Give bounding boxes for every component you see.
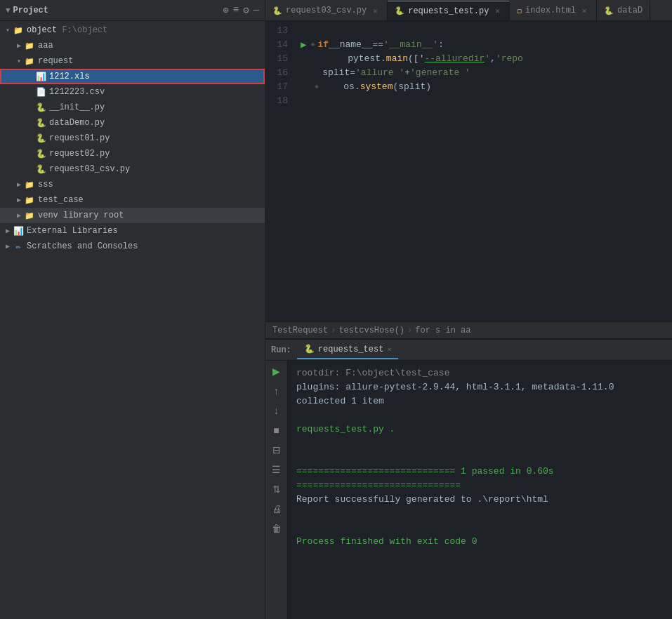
py-icon-req02: 🐍 bbox=[35, 148, 46, 159]
xls-icon: 📊 bbox=[35, 71, 46, 82]
tree-item-request01[interactable]: 🐍 request01.py bbox=[0, 131, 265, 146]
arrow-sss: ▶ bbox=[14, 180, 24, 189]
tree-item-testcase[interactable]: ▶ 📁 test_case bbox=[0, 192, 265, 208]
breadcrumb-forsInAa[interactable]: for s in aa bbox=[415, 326, 470, 335]
run-tab-label: requests_test bbox=[318, 345, 384, 354]
tree-item-extlibs[interactable]: ▶ 📊 External Libraries bbox=[0, 223, 265, 239]
code-split-arg: (split) bbox=[393, 80, 431, 94]
tab-bar: 🐍 request03_csv.py ✕ 🐍 requests_test.py … bbox=[265, 0, 672, 21]
tab-icon-reqtest: 🐍 bbox=[395, 6, 404, 15]
tree-label-scratch: Scratches and Consoles bbox=[27, 241, 138, 251]
breadcrumb-testcvshose[interactable]: testcvsHose() bbox=[338, 326, 404, 335]
tab-close-index[interactable]: ✕ bbox=[579, 6, 589, 15]
tab-icon-index: ◻ bbox=[517, 6, 522, 15]
file-tree: ▾ 📁 object F:\object ▶ 📁 aaa ▾ 📁 request bbox=[0, 21, 265, 619]
folder-icon-root: 📁 bbox=[13, 25, 24, 36]
tab-datad[interactable]: 🐍 dataD bbox=[597, 1, 650, 20]
code-main-str: '__main__' bbox=[383, 38, 438, 52]
close-console-button[interactable]: ⊟ bbox=[269, 442, 284, 458]
run-arrow-14[interactable]: ▶ bbox=[301, 38, 306, 52]
arrow-extlibs: ▶ bbox=[3, 227, 13, 235]
tab-indexhtml[interactable]: ◻ index.html ✕ bbox=[510, 1, 597, 20]
tree-label-extlibs: External Libraries bbox=[27, 226, 118, 236]
tree-label-root: object F:\object bbox=[27, 25, 107, 35]
sidebar: ▼ Project ⊕ ≡ ⚙ — ▾ 📁 object F:\object bbox=[0, 0, 265, 619]
kw-if: if bbox=[317, 38, 329, 52]
console-line-blank3 bbox=[296, 451, 664, 465]
arrow-venv: ▶ bbox=[14, 211, 24, 220]
scratch-icon: ✏️ bbox=[13, 241, 24, 252]
tab-icon-datad: 🐍 bbox=[604, 6, 614, 15]
scroll-down-button[interactable]: ↓ bbox=[269, 403, 284, 418]
arrow-testcase: ▶ bbox=[14, 196, 24, 204]
tree-item-init[interactable]: 🐍 __init__.py bbox=[0, 100, 265, 115]
tab-request03csv[interactable]: 🐍 request03_csv.py ✕ bbox=[265, 1, 388, 20]
minimize-icon[interactable]: — bbox=[253, 4, 259, 16]
tab-close-req03[interactable]: ✕ bbox=[370, 6, 380, 15]
run-button[interactable]: ▶ bbox=[269, 364, 284, 379]
clear-button[interactable]: 🗑 bbox=[269, 521, 284, 536]
code-line-17: ◈ os . system (split) bbox=[301, 80, 672, 94]
tree-label-req03: request03_csv.py bbox=[49, 164, 130, 174]
tree-item-scratch[interactable]: ▶ ✏️ Scratches and Consoles bbox=[0, 239, 265, 254]
code-system-fn: system bbox=[360, 80, 393, 94]
code-lines[interactable]: ▶ ◈ if __name__ == '__main__' : bbox=[294, 21, 672, 321]
code-plus: + bbox=[404, 66, 410, 80]
panel-header: ▼ Project ⊕ ≡ ⚙ — bbox=[0, 0, 265, 21]
tree-label-venv: venv library root bbox=[38, 211, 124, 220]
run-tab-close[interactable]: ✕ bbox=[387, 345, 391, 354]
tree-item-venv[interactable]: ▶ 📁 venv library root bbox=[0, 208, 265, 223]
tree-item-datademo[interactable]: 🐍 dataDemo.py bbox=[0, 115, 265, 131]
console-line-rootdir: rootdir: F:\object\test_case bbox=[296, 366, 664, 380]
code-dot2: . bbox=[355, 80, 360, 94]
tab-close-reqtest[interactable]: ✕ bbox=[492, 6, 502, 16]
code-str-end: ' bbox=[485, 52, 490, 66]
tree-item-root[interactable]: ▾ 📁 object F:\object bbox=[0, 22, 265, 38]
code-assign: = bbox=[350, 66, 355, 80]
layout-icon[interactable]: ≡ bbox=[233, 4, 239, 16]
tab-label-req03: request03_csv.py bbox=[286, 6, 367, 15]
tab-label-datad: dataD bbox=[617, 6, 643, 15]
tree-label-1212xls: 1212.xls bbox=[49, 72, 90, 81]
tree-item-sss[interactable]: ▶ 📁 sss bbox=[0, 177, 265, 192]
stop-button[interactable]: ■ bbox=[269, 422, 284, 438]
folder-icon-testcase: 📁 bbox=[24, 194, 35, 206]
breadcrumb-testrequest[interactable]: TestRequest bbox=[272, 326, 328, 335]
tree-item-request02[interactable]: 🐍 request02.py bbox=[0, 146, 265, 161]
tree-item-request[interactable]: ▾ 📁 request bbox=[0, 53, 265, 69]
folder-icon-sss: 📁 bbox=[24, 179, 35, 190]
run-tab-requeststest[interactable]: 🐍 requests_test ✕ bbox=[297, 341, 399, 359]
tree-label-init: __init__.py bbox=[49, 102, 105, 112]
py-icon-datademo: 🐍 bbox=[35, 117, 46, 128]
sort-button[interactable]: ⇅ bbox=[269, 481, 284, 497]
py-icon-req03: 🐍 bbox=[35, 164, 46, 175]
tree-label-aaa: aaa bbox=[38, 41, 53, 51]
menu-button[interactable]: ☰ bbox=[269, 462, 284, 477]
tree-item-1212223csv[interactable]: 📄 1212223.csv bbox=[0, 84, 265, 100]
console-line-plugins: plugins: allure-pytest-2.9.44, html-3.1.… bbox=[296, 380, 664, 394]
tab-label-reqtest: requests_test.py bbox=[408, 6, 489, 16]
py-icon-req01: 🐍 bbox=[35, 133, 46, 144]
tree-item-request03csv[interactable]: 🐍 request03_csv.py bbox=[0, 161, 265, 177]
code-split-var: split bbox=[301, 66, 350, 80]
tab-requeststest[interactable]: 🐍 requests_test.py ✕ bbox=[388, 1, 510, 20]
console-line-collected: collected 1 item bbox=[296, 394, 664, 408]
extlibs-icon: 📊 bbox=[13, 225, 24, 237]
console-line-testfile: requests_test.py . bbox=[296, 422, 664, 437]
settings-icon[interactable]: ⚙ bbox=[243, 4, 249, 16]
scroll-up-button[interactable]: ↑ bbox=[269, 383, 284, 399]
code-line-15: pytest . main ([' --alluredir ' , 'repo bbox=[301, 52, 672, 66]
code-eq: == bbox=[373, 38, 384, 52]
console-line-blank2 bbox=[296, 437, 664, 451]
console-line-report: Report successfully generated to .\repor… bbox=[296, 493, 664, 507]
py-icon-init: 🐍 bbox=[35, 102, 46, 113]
globe-icon[interactable]: ⊕ bbox=[223, 4, 228, 16]
console-output: rootdir: F:\object\test_case plugins: al… bbox=[288, 361, 672, 619]
bookmark-14: ◈ bbox=[310, 38, 315, 52]
tree-item-aaa[interactable]: ▶ 📁 aaa bbox=[0, 38, 265, 53]
print-button[interactable]: 🖨 bbox=[269, 501, 284, 517]
console-line-blank4 bbox=[296, 507, 664, 521]
tree-label-req01: request01.py bbox=[49, 133, 110, 143]
tree-item-1212xls[interactable]: 📊 1212.xls bbox=[0, 69, 265, 84]
tab-icon-req03: 🐍 bbox=[272, 6, 282, 15]
